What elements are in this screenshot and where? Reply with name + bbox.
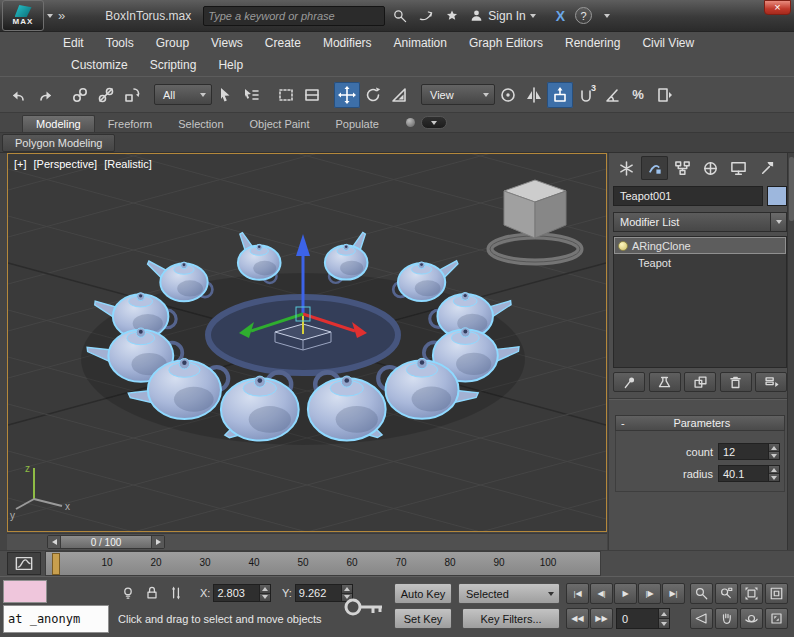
stack-item-aringclone[interactable]: ARingClone bbox=[614, 237, 786, 254]
spinner-snap-toggle-icon[interactable] bbox=[651, 82, 677, 108]
ribbon-tab-freeform[interactable]: Freeform bbox=[95, 116, 166, 132]
exchange-apps-icon[interactable]: X bbox=[556, 8, 565, 24]
modifier-stack-list[interactable]: ARingClone Teapot bbox=[613, 236, 787, 368]
unlink-selection-icon[interactable] bbox=[93, 82, 119, 108]
redo-icon[interactable] bbox=[32, 82, 58, 108]
open-mini-curve-editor-button[interactable] bbox=[7, 552, 41, 575]
ribbon-tab-modeling[interactable]: Modeling bbox=[22, 115, 95, 132]
menu-scripting[interactable]: Scripting bbox=[139, 58, 208, 72]
close-button[interactable]: × bbox=[764, 0, 791, 15]
maximize-viewport-toggle-icon[interactable] bbox=[765, 608, 788, 629]
radius-value[interactable]: 40.1 bbox=[719, 466, 768, 481]
select-by-name-icon[interactable] bbox=[238, 82, 264, 108]
mirror-icon[interactable] bbox=[521, 82, 547, 108]
viewport-pov-label[interactable]: [Perspective] bbox=[34, 158, 98, 170]
object-name-field[interactable]: Teapot001 bbox=[613, 186, 763, 206]
x-coordinate-value[interactable]: 2.803 bbox=[214, 585, 259, 601]
modifier-enabled-bulb-icon[interactable] bbox=[618, 241, 628, 251]
x-coordinate-field[interactable]: 2.803 bbox=[213, 584, 271, 602]
menu-tools[interactable]: Tools bbox=[95, 36, 145, 50]
frame-ruler[interactable]: 10 20 30 40 50 60 70 80 90 100 bbox=[45, 551, 601, 576]
menu-rendering[interactable]: Rendering bbox=[554, 36, 631, 50]
parameters-rollout-header[interactable]: - Parameters bbox=[615, 415, 785, 431]
window-crossing-toggle-icon[interactable] bbox=[299, 82, 325, 108]
menu-group[interactable]: Group bbox=[145, 36, 200, 50]
viewport-menu-plus[interactable]: [+] bbox=[14, 158, 27, 170]
current-time-field[interactable]: 0 bbox=[616, 608, 670, 629]
viewport-3d-scene[interactable]: zxy bbox=[8, 154, 606, 531]
undo-icon[interactable] bbox=[6, 82, 32, 108]
modifier-list-dropdown[interactable]: Modifier List bbox=[613, 212, 787, 232]
ribbon-tab-selection[interactable]: Selection bbox=[165, 116, 236, 132]
isolate-selection-icon[interactable] bbox=[118, 583, 138, 603]
count-value[interactable]: 12 bbox=[719, 444, 768, 459]
set-key-button[interactable]: Set Key bbox=[394, 608, 452, 629]
menu-help[interactable]: Help bbox=[207, 58, 254, 72]
selection-filter-dropdown[interactable]: All bbox=[154, 84, 212, 105]
maxscript-listener-field[interactable]: at _anonym bbox=[3, 605, 109, 633]
time-slider-handle[interactable]: 0 / 100 bbox=[47, 535, 165, 549]
snaps-toggle-3d-icon[interactable]: 3 bbox=[573, 82, 599, 108]
ribbon-options-icon[interactable] bbox=[406, 118, 415, 127]
help-icon[interactable]: ? bbox=[575, 7, 592, 24]
time-slider-track[interactable]: 0 / 100 bbox=[7, 533, 607, 550]
motion-tab-icon[interactable] bbox=[697, 156, 724, 180]
auto-key-button[interactable]: Auto Key bbox=[394, 583, 452, 604]
communication-center-icon[interactable] bbox=[415, 5, 437, 27]
object-color-swatch[interactable] bbox=[767, 186, 787, 206]
next-key-button[interactable]: ▶▶ bbox=[590, 608, 613, 629]
key-filters-button[interactable]: Key Filters... bbox=[462, 608, 560, 629]
previous-frame-button[interactable]: ◀| bbox=[590, 583, 613, 604]
select-and-link-icon[interactable] bbox=[67, 82, 93, 108]
absolute-offset-mode-icon[interactable] bbox=[166, 583, 186, 603]
selection-lock-icon[interactable] bbox=[142, 583, 162, 603]
go-to-start-button[interactable]: |◀ bbox=[566, 583, 589, 604]
command-panel-scrollbar[interactable] bbox=[787, 153, 794, 550]
menu-edit[interactable]: Edit bbox=[52, 36, 95, 50]
x-coordinate-spinner[interactable] bbox=[259, 585, 270, 601]
count-field[interactable]: 12 bbox=[718, 443, 780, 460]
pan-hand-icon[interactable] bbox=[715, 608, 738, 629]
display-tab-icon[interactable] bbox=[725, 156, 752, 180]
modify-tab-icon[interactable] bbox=[641, 156, 668, 180]
go-to-end-button[interactable]: ▶| bbox=[662, 583, 685, 604]
bind-to-space-warp-icon[interactable] bbox=[119, 82, 145, 108]
previous-key-button[interactable]: ◀◀ bbox=[566, 608, 589, 629]
menu-create[interactable]: Create bbox=[254, 36, 312, 50]
ribbon-tab-populate[interactable]: Populate bbox=[322, 116, 391, 132]
help-search-input[interactable] bbox=[208, 10, 380, 22]
next-frame-button[interactable]: |▶ bbox=[638, 583, 661, 604]
orbit-icon[interactable] bbox=[740, 608, 763, 629]
count-spinner[interactable] bbox=[768, 444, 779, 459]
menu-civil-view[interactable]: Civil View bbox=[631, 36, 705, 50]
menu-animation[interactable]: Animation bbox=[383, 36, 458, 50]
zoom-extents-all-icon[interactable] bbox=[765, 583, 788, 604]
play-button[interactable]: ▶ bbox=[614, 583, 637, 604]
modifier-list-caret-button[interactable] bbox=[770, 213, 786, 231]
radius-field[interactable]: 40.1 bbox=[718, 465, 780, 482]
angle-snap-toggle-icon[interactable] bbox=[599, 82, 625, 108]
utilities-tab-icon[interactable] bbox=[753, 156, 780, 180]
select-object-icon[interactable] bbox=[212, 82, 238, 108]
app-menu-caret-icon[interactable] bbox=[47, 14, 53, 18]
current-time-spinner[interactable] bbox=[658, 609, 669, 628]
select-and-scale-icon[interactable] bbox=[386, 82, 412, 108]
viewport-shading-label[interactable]: [Realistic] bbox=[104, 158, 152, 170]
menu-customize[interactable]: Customize bbox=[60, 58, 139, 72]
scrollbar-thumb[interactable] bbox=[789, 157, 794, 221]
use-pivot-point-center-icon[interactable] bbox=[495, 82, 521, 108]
ribbon-tab-object-paint[interactable]: Object Paint bbox=[237, 116, 323, 132]
selection-set-dropdown[interactable]: Selected bbox=[458, 583, 560, 604]
select-and-rotate-icon[interactable] bbox=[360, 82, 386, 108]
menu-modifiers[interactable]: Modifiers bbox=[312, 36, 383, 50]
help-caret-icon[interactable] bbox=[596, 5, 618, 27]
stack-item-teapot[interactable]: Teapot bbox=[614, 254, 786, 271]
make-unique-icon[interactable] bbox=[684, 372, 716, 392]
polygon-modeling-panel-button[interactable]: Polygon Modeling bbox=[2, 134, 115, 152]
ribbon-minimize-button[interactable] bbox=[421, 116, 447, 129]
configure-modifier-sets-icon[interactable] bbox=[755, 372, 787, 392]
time-slider-next-icon[interactable] bbox=[151, 536, 164, 548]
field-of-view-icon[interactable] bbox=[690, 608, 713, 629]
zoom-extents-icon[interactable] bbox=[740, 583, 763, 604]
select-and-move-icon[interactable] bbox=[334, 82, 360, 108]
